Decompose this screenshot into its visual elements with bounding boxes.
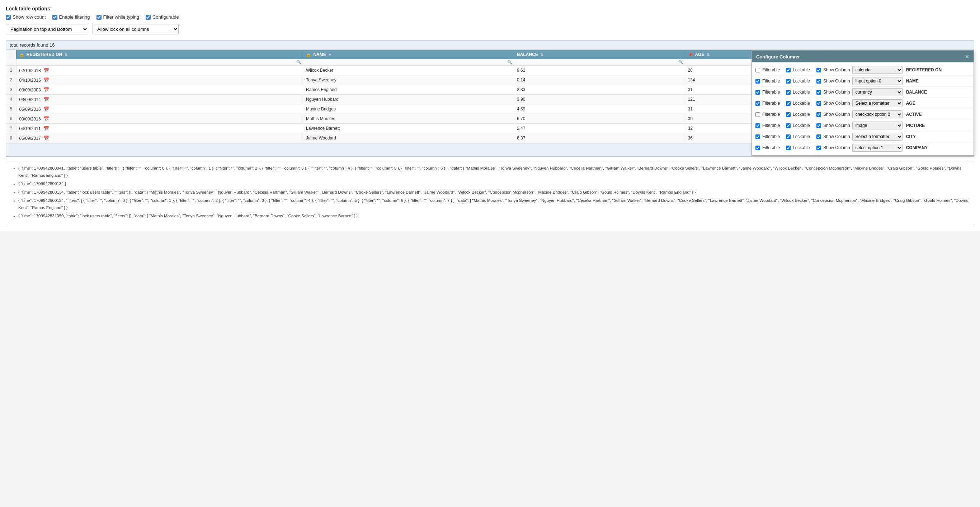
cell-balance: 2.47 — [514, 124, 685, 134]
config-show-label: Show Column — [823, 145, 850, 150]
config-lockable-label: Lockable — [793, 101, 814, 106]
config-filterable-label: Filterable — [762, 134, 784, 139]
lock-dropdown[interactable]: Allow lock on all columns No lock allowe… — [92, 24, 179, 35]
config-filterable-check[interactable] — [756, 123, 760, 128]
config-col-name-label: CITY — [906, 134, 935, 139]
checkbox-show-row-count[interactable]: Show row count — [6, 14, 46, 20]
config-filterable-check[interactable] — [756, 90, 760, 95]
config-show-check[interactable] — [816, 68, 821, 72]
total-records-bar: total records found 16 — [6, 41, 974, 50]
configure-panel-close-button[interactable]: ✕ — [965, 54, 969, 59]
sort-icon-age: ⇅ — [707, 53, 710, 57]
search-icon-balance: 🔍 — [678, 60, 683, 65]
config-filterable-label: Filterable — [762, 145, 784, 150]
log-list: { "time": 1709942800041, "table": "users… — [11, 165, 969, 220]
config-show-label: Show Column — [823, 101, 850, 106]
config-show-check[interactable] — [816, 79, 821, 84]
config-col-name-label: NAME — [906, 78, 935, 84]
config-row: Filterable Lockable Show Column calendar… — [752, 142, 974, 153]
cell-date: 06/09/2016 📅 — [16, 104, 303, 114]
config-row: Filterable Lockable Show Column calendar… — [752, 98, 974, 109]
cell-name: Ramos England — [303, 85, 514, 95]
configure-panel: Configure Columns ✕ Filterable Lockable … — [751, 51, 974, 156]
th-registered-on[interactable]: 🔒 REGISTERED ON ⇅ — [16, 50, 303, 59]
cell-balance: 4.69 — [514, 104, 685, 114]
config-lockable-check[interactable] — [786, 123, 791, 128]
config-lockable-check[interactable] — [786, 68, 791, 72]
cell-row-num: 8 — [6, 134, 16, 143]
config-formatter-select[interactable]: calendarinput option 0currencySelect a f… — [852, 66, 902, 74]
filter-name: 🔍 — [303, 59, 514, 66]
config-filterable-check[interactable] — [756, 112, 760, 117]
dropdowns-row: Pagination on top and Bottom Pagination … — [6, 24, 974, 35]
config-show-check[interactable] — [816, 101, 821, 106]
cell-balance: 6.70 — [514, 114, 685, 124]
config-show-check[interactable] — [816, 123, 821, 128]
calendar-icon: 📅 — [43, 126, 49, 131]
config-formatter-select[interactable]: calendarinput option 0currencySelect a f… — [852, 133, 902, 141]
config-lockable-check[interactable] — [786, 101, 791, 106]
config-lockable-check[interactable] — [786, 146, 791, 150]
checkbox-filter-while-typing[interactable]: Filter while typing — [97, 14, 139, 20]
calendar-icon: 📅 — [43, 106, 49, 112]
cell-balance: 0.14 — [514, 75, 685, 85]
th-name[interactable]: 🔒 NAME ▼ — [303, 50, 514, 59]
config-row: Filterable Lockable Show Column calendar… — [752, 76, 974, 87]
cell-date: 05/09/2017 📅 — [16, 134, 303, 143]
config-lockable-check[interactable] — [786, 79, 791, 84]
config-row: Filterable Lockable Show Column calendar… — [752, 120, 974, 131]
config-show-check[interactable] — [816, 90, 821, 95]
config-col-name-label: COMPANY — [906, 145, 935, 150]
config-filterable-check[interactable] — [756, 135, 760, 139]
checkbox-configurable[interactable]: Configurable — [146, 14, 179, 20]
config-lockable-check[interactable] — [786, 112, 791, 117]
cell-date: 02/10/2018 📅 — [16, 66, 303, 75]
config-formatter-select[interactable]: calendarinput option 0currencySelect a f… — [852, 77, 902, 85]
cell-row-num: 3 — [6, 85, 16, 95]
config-show-check[interactable] — [816, 112, 821, 117]
config-col-name-label: ACTIVE — [906, 112, 935, 117]
config-formatter-select[interactable]: calendarinput option 0currencySelect a f… — [852, 144, 902, 152]
config-lockable-label: Lockable — [793, 112, 814, 117]
cell-row-num: 1 — [6, 66, 16, 75]
config-filterable-check[interactable] — [756, 146, 760, 150]
config-filterable-check[interactable] — [756, 79, 760, 84]
config-lockable-check[interactable] — [786, 90, 791, 95]
cb-show-row-count[interactable] — [6, 15, 11, 20]
config-show-check[interactable] — [816, 146, 821, 150]
config-formatter-select[interactable]: calendarinput option 0currencySelect a f… — [852, 88, 902, 96]
pin-icon-age: 📌 — [688, 52, 693, 57]
config-lockable-check[interactable] — [786, 135, 791, 139]
calendar-icon: 📅 — [43, 135, 49, 141]
config-lockable-label: Lockable — [793, 67, 814, 72]
configure-panel-body: Filterable Lockable Show Column calendar… — [752, 62, 974, 155]
config-filterable-check[interactable] — [756, 101, 760, 106]
pagination-dropdown[interactable]: Pagination on top and Bottom Pagination … — [6, 24, 88, 35]
config-filterable-label: Filterable — [762, 90, 784, 95]
cell-row-num: 6 — [6, 114, 16, 124]
config-filterable-check[interactable] — [756, 68, 760, 72]
checkbox-enable-filtering[interactable]: Enable filtering — [52, 14, 90, 20]
cell-name: Jaime Woodard — [303, 134, 514, 143]
configure-panel-header: Configure Columns ✕ — [752, 51, 974, 62]
config-lockable-label: Lockable — [793, 134, 814, 139]
th-row-num — [6, 50, 16, 59]
config-show-label: Show Column — [823, 112, 850, 117]
config-filterable-label: Filterable — [762, 67, 784, 72]
cb-enable-filtering[interactable] — [52, 15, 57, 20]
cell-name: Nguyen Hubbard — [303, 95, 514, 104]
config-show-label: Show Column — [823, 134, 850, 139]
cb-configurable-label: Configurable — [153, 14, 179, 20]
cb-configurable[interactable] — [146, 15, 151, 20]
config-formatter-select[interactable]: calendarinput option 0currencySelect a f… — [852, 122, 902, 129]
cell-date: 03/09/2016 📅 — [16, 114, 303, 124]
cb-filter-while-typing[interactable] — [97, 15, 102, 20]
config-formatter-select[interactable]: calendarinput option 0currencySelect a f… — [852, 110, 902, 118]
cb-enable-filtering-label: Enable filtering — [59, 14, 90, 20]
config-formatter-select[interactable]: calendarinput option 0currencySelect a f… — [852, 99, 902, 107]
th-balance[interactable]: BALANCE ⇅ — [514, 50, 685, 59]
filter-registered: 🔍 — [16, 59, 303, 66]
config-show-label: Show Column — [823, 78, 850, 84]
calendar-icon: 📅 — [43, 116, 49, 122]
config-show-check[interactable] — [816, 135, 821, 139]
